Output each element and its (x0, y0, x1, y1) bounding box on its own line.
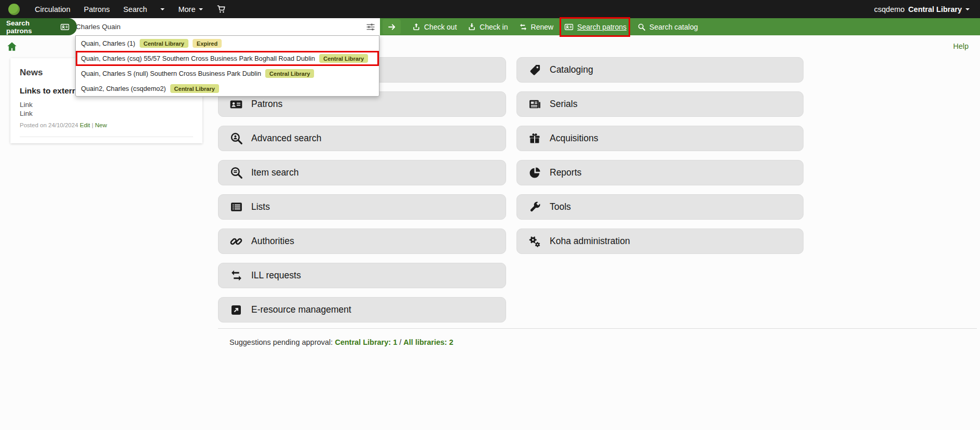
module-label: Patrons (251, 99, 282, 110)
search-icon (637, 23, 646, 31)
id-card-icon (60, 22, 70, 32)
patron-suggestion-row[interactable]: Quain, Charles (1) Central Library Expir… (76, 36, 379, 51)
patron-suggestion-row-highlighted[interactable]: Quain, Charles (csq) 55/57 Southern Cros… (76, 51, 379, 66)
authorities-button[interactable]: Authorities (218, 229, 506, 254)
nav-label: Search (123, 5, 147, 14)
id-card-icon (229, 98, 243, 111)
list-icon (229, 200, 243, 214)
search-patrons-link[interactable]: Search patrons (564, 22, 627, 32)
cataloging-button[interactable]: Cataloging (516, 57, 804, 83)
module-label: ILL requests (251, 270, 301, 281)
module-label: Item search (251, 167, 298, 178)
search-patrons-tab[interactable]: Search patrons (0, 18, 77, 35)
acquisitions-button[interactable]: Acquisitions (516, 126, 804, 151)
module-label: Advanced search (251, 133, 321, 144)
user-library-menu[interactable]: csqdemo Central Library (874, 5, 973, 14)
nav-circulation[interactable]: Circulation (28, 0, 77, 18)
news-posted-date: Posted on 24/10/2024 (20, 122, 78, 128)
chevron-down-icon (199, 8, 203, 10)
koha-logo-icon[interactable] (8, 4, 20, 15)
check-out-link[interactable]: Check out (412, 23, 457, 31)
library-badge: Central Library (170, 84, 219, 93)
newspaper-icon (527, 98, 542, 111)
module-column-right: Cataloging Serials Acquisitions Reports … (516, 57, 804, 263)
news-meta-separator: | (92, 122, 93, 128)
nav-more[interactable]: More (171, 0, 210, 18)
module-label: Reports (550, 167, 581, 178)
home-icon[interactable] (6, 41, 18, 52)
lists-button[interactable]: Lists (218, 194, 506, 220)
patron-suggestion-row[interactable]: Quain2, Charles (csqdemo2) Central Libra… (76, 81, 379, 96)
nav-search-dropdown-toggle[interactable] (154, 0, 171, 18)
ill-requests-button[interactable]: ILL requests (218, 263, 506, 288)
patron-search-bar: Search patrons Check out Check in Renew (0, 18, 980, 35)
search-input-container (67, 18, 380, 35)
koha-administration-button[interactable]: Koha administration (516, 229, 804, 254)
news-link[interactable]: Link (20, 100, 193, 109)
id-card-icon (564, 22, 574, 32)
patron-suggestion-text: Quain, Charles (1) (81, 39, 135, 47)
module-column-left: Patrons Advanced search Item search List… (218, 57, 506, 331)
suggestions-all-libraries-count[interactable]: All libraries: 2 (403, 338, 453, 346)
patron-suggestion-text: Quain2, Charles (csqdemo2) (81, 85, 166, 92)
logged-in-library: Central Library (908, 5, 962, 14)
logged-in-username: csqdemo (874, 5, 905, 14)
nav-search[interactable]: Search (116, 0, 154, 18)
patron-autocomplete-dropdown: Quain, Charles (1) Central Library Expir… (75, 35, 379, 97)
module-label: Lists (251, 201, 270, 212)
cart-icon (216, 4, 226, 14)
renew-link[interactable]: Renew (519, 23, 554, 31)
patron-search-input[interactable] (67, 18, 380, 35)
exchange-arrows-icon (229, 269, 243, 283)
cart-button[interactable] (210, 0, 233, 18)
gift-icon (527, 132, 542, 145)
module-label: Acquisitions (550, 133, 598, 144)
library-badge: Central Library (140, 39, 188, 48)
news-edit-link[interactable]: Edit (80, 122, 90, 128)
eresource-management-button[interactable]: E-resource management (218, 297, 506, 322)
library-badge: Central Library (319, 54, 368, 63)
news-new-link[interactable]: New (95, 122, 107, 128)
search-filters-icon[interactable] (365, 22, 376, 32)
quick-link-label: Check in (480, 23, 508, 31)
patron-suggestion-text: Quain, Charles S (null) Southern Cross B… (81, 70, 261, 77)
nav-patrons[interactable]: Patrons (77, 0, 117, 18)
patron-suggestion-row[interactable]: Quain, Charles S (null) Southern Cross B… (76, 66, 379, 81)
search-tab-label: Search patrons (6, 19, 56, 35)
quick-link-label: Check out (424, 23, 457, 31)
quick-link-label: Renew (531, 23, 554, 31)
search-catalog-link[interactable]: Search catalog (637, 23, 698, 31)
module-label: Serials (550, 99, 578, 110)
expired-badge: Expired (193, 39, 222, 48)
advanced-search-button[interactable]: Advanced search (218, 126, 506, 151)
patron-suggestion-text: Quain, Charles (csq) 55/57 Southern Cros… (81, 55, 315, 62)
quick-links: Check out Check in Renew Search patrons (412, 18, 698, 35)
nav-label: More (178, 5, 195, 14)
module-label: Cataloging (550, 64, 593, 75)
module-label: Authorities (251, 236, 294, 247)
serials-button[interactable]: Serials (516, 91, 804, 117)
news-divider (20, 137, 193, 137)
tools-button[interactable]: Tools (516, 194, 804, 220)
module-label: Koha administration (550, 236, 630, 247)
news-meta: Posted on 24/10/2024 Edit | New (20, 122, 193, 128)
quick-link-label: Search catalog (649, 23, 698, 31)
renew-icon (519, 23, 527, 31)
suggestions-central-library-count[interactable]: Central Library: 1 (335, 338, 397, 346)
suggestions-prefix: Suggestions pending approval: (229, 338, 333, 346)
module-label: E-resource management (251, 304, 351, 315)
wrench-icon (527, 200, 542, 214)
gears-icon (527, 235, 542, 248)
suggestions-separator: / (399, 338, 401, 346)
library-badge: Central Library (265, 69, 314, 78)
reports-button[interactable]: Reports (516, 160, 804, 185)
nav-label: Patrons (84, 5, 110, 14)
tag-icon (527, 63, 542, 77)
check-in-link[interactable]: Check in (468, 23, 508, 31)
item-search-button[interactable]: Item search (218, 160, 506, 185)
news-link[interactable]: Link (20, 109, 193, 118)
help-link[interactable]: Help (953, 42, 969, 50)
person-search-icon (229, 132, 243, 145)
check-out-icon (412, 23, 420, 31)
search-submit-button[interactable] (383, 19, 401, 34)
